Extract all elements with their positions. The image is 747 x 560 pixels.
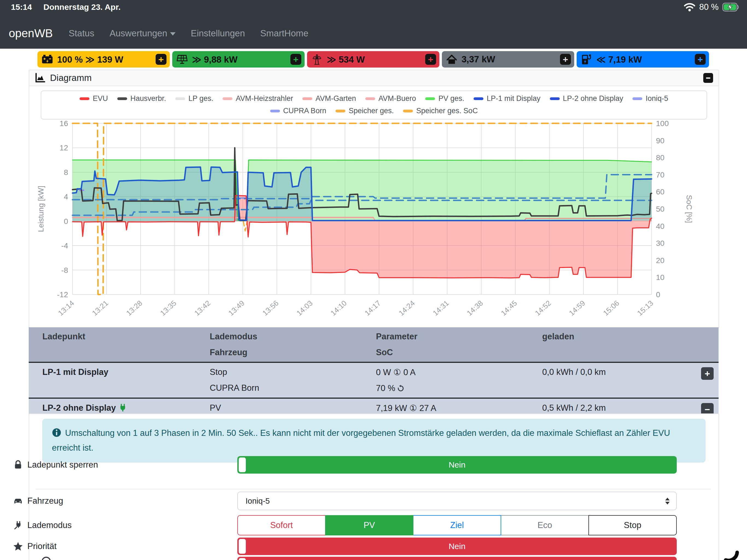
nav-item-smarthome[interactable]: SmartHome xyxy=(260,28,308,39)
svg-text:10: 10 xyxy=(656,273,664,282)
badge-speicher-expand-button[interactable]: + xyxy=(156,54,166,65)
legend-swatch xyxy=(425,97,435,100)
svg-text:90: 90 xyxy=(656,136,664,145)
legend-item[interactable]: PV ges. xyxy=(425,94,464,103)
collapse-diagram-button[interactable] xyxy=(703,73,713,83)
badge-speicher-value: 100 % ≫ 139 W xyxy=(57,54,123,65)
chart-area-icon xyxy=(35,73,46,83)
refresh-soc-icon[interactable] xyxy=(397,385,404,392)
legend-item[interactable]: LP-2 ohne Display xyxy=(550,94,623,103)
badge-pv-value: ≫ 9,88 kW xyxy=(192,54,238,65)
svg-text:50: 50 xyxy=(656,205,664,213)
lp2-charged: 0,5 kWh / 2,2 km xyxy=(542,403,685,413)
col-header-ladepunkt: Ladepunkt xyxy=(42,332,210,341)
badge-speicher[interactable]: 100 % ≫ 139 W + xyxy=(37,51,170,68)
badge-haus-expand-button[interactable]: + xyxy=(560,54,571,65)
lp1-param-soc: 0 W ① 0 A 70 % xyxy=(376,367,542,393)
badge-pv-expand-button[interactable]: + xyxy=(290,54,301,65)
col-header-parameter-soc: ParameterSoC xyxy=(376,332,542,357)
legend-item[interactable]: LP ges. xyxy=(175,94,213,103)
lp1-name: LP-1 mit Display xyxy=(42,367,210,377)
mode-stop-button[interactable]: Stop xyxy=(588,515,677,535)
table-row-lp1[interactable]: LP-1 mit Display StopCUPRA Born 0 W ① 0 … xyxy=(29,363,719,399)
lock-toggle[interactable]: Nein xyxy=(237,456,677,474)
table-header-row: Ladepunkt LademodusFahrzeug ParameterSoC… xyxy=(29,327,719,363)
svg-text:13:49: 13:49 xyxy=(227,299,246,317)
legend-item[interactable]: AVM-Buero xyxy=(365,94,416,103)
svg-text:80: 80 xyxy=(656,153,664,162)
legend-item[interactable]: Ioniq-5 xyxy=(633,94,668,103)
partial-toggle[interactable] xyxy=(237,557,677,560)
toggle-knob xyxy=(239,539,246,554)
badge-ladepunkte-expand-button[interactable]: + xyxy=(695,54,706,65)
phase-switch-alert: Umschaltung von 1 auf 3 Phasen in 2 Min.… xyxy=(42,419,705,462)
lp1-mode-vehicle: StopCUPRA Born xyxy=(210,367,376,393)
diagram-card: Diagramm EVU Hausverbr. LP ges. AVM-Heiz… xyxy=(29,70,719,328)
svg-text:14:59: 14:59 xyxy=(568,299,587,317)
chart-svg: 13:1413:2113:2813:3513:4213:4913:5614:03… xyxy=(31,117,716,325)
svg-text:4: 4 xyxy=(64,193,68,201)
legend-item[interactable]: AVM-Garten xyxy=(302,94,356,103)
legend-item[interactable]: AVM-Heizstrahler xyxy=(223,94,293,103)
col-header-geladen: geladen xyxy=(542,332,685,341)
legend-item[interactable]: CUPRA Born xyxy=(270,107,327,115)
priority-label-group: Priorität xyxy=(13,541,57,551)
star-icon xyxy=(13,541,23,551)
svg-text:-4: -4 xyxy=(61,241,68,250)
lp1-expand-button[interactable]: + xyxy=(701,367,714,380)
badge-ladepunkte[interactable]: ≪ 7,19 kW + xyxy=(577,51,709,68)
power-pylon-icon xyxy=(311,53,323,65)
mode-sofort-button[interactable]: Sofort xyxy=(237,515,326,535)
mode-pv-button[interactable]: PV xyxy=(325,515,413,535)
toggle-knob xyxy=(239,457,246,472)
legend-item[interactable]: Speicher ges. SoC xyxy=(403,107,478,115)
chargemode-label-group: Lademodus xyxy=(13,520,72,530)
nav-item-einstellungen[interactable]: Einstellungen xyxy=(191,28,245,39)
badge-haus[interactable]: 3,37 kW + xyxy=(442,51,574,68)
diagram-card-header: Diagramm xyxy=(29,70,719,86)
charging-cable-icon xyxy=(13,520,23,530)
vehicle-select[interactable]: Ioniq-5 xyxy=(237,492,677,510)
loading-spinner-icon xyxy=(720,543,745,560)
battery-percent: 80 % xyxy=(699,2,719,12)
legend-swatch xyxy=(403,110,413,112)
solar-panel-icon xyxy=(176,53,188,65)
svg-text:13:21: 13:21 xyxy=(91,299,110,317)
house-icon xyxy=(446,53,458,65)
badge-evu[interactable]: ≫ 534 W + xyxy=(307,51,439,68)
brand-logo[interactable]: openWB xyxy=(9,27,53,40)
legend-item[interactable]: Hausverbr. xyxy=(117,94,166,103)
svg-text:70: 70 xyxy=(656,171,664,179)
badge-evu-expand-button[interactable]: + xyxy=(425,54,436,65)
legend-swatch xyxy=(633,97,642,100)
mode-ziel-button[interactable]: Ziel xyxy=(413,515,501,535)
nav-item-auswertungen[interactable]: Auswertungen xyxy=(110,28,176,39)
status-date: Donnerstag 23. Apr. xyxy=(44,2,121,12)
svg-text:13:28: 13:28 xyxy=(125,299,144,317)
plug-connected-icon xyxy=(119,404,126,412)
legend-swatch xyxy=(117,97,127,100)
legend-swatch xyxy=(223,97,232,100)
legend-item[interactable]: LP-1 mit Display xyxy=(473,94,541,103)
legend-item[interactable]: EVU xyxy=(80,94,108,103)
mode-eco-button[interactable]: Eco xyxy=(500,515,589,535)
svg-text:30: 30 xyxy=(656,239,664,248)
badge-pv[interactable]: ≫ 9,88 kW + xyxy=(172,51,305,68)
svg-text:100: 100 xyxy=(656,119,669,128)
svg-text:14:24: 14:24 xyxy=(397,299,416,317)
svg-text:0: 0 xyxy=(64,217,68,226)
svg-text:14:10: 14:10 xyxy=(329,299,348,317)
priority-row: Priorität Nein xyxy=(0,538,689,555)
chargemode-button-group: Sofort PV Ziel Eco Stop xyxy=(237,515,677,535)
svg-text:8: 8 xyxy=(64,168,68,177)
svg-text:-12: -12 xyxy=(57,290,68,299)
svg-text:14:45: 14:45 xyxy=(499,299,518,317)
legend-swatch xyxy=(365,97,375,100)
vehicle-label: Fahrzeug xyxy=(27,496,63,506)
vehicle-row: Fahrzeug Ioniq-5 xyxy=(0,492,689,510)
priority-toggle[interactable]: Nein xyxy=(237,538,677,555)
legend-swatch xyxy=(550,97,560,100)
car-battery-icon xyxy=(41,53,53,65)
nav-item-status[interactable]: Status xyxy=(69,28,94,39)
legend-item[interactable]: Speicher ges. xyxy=(335,107,394,115)
